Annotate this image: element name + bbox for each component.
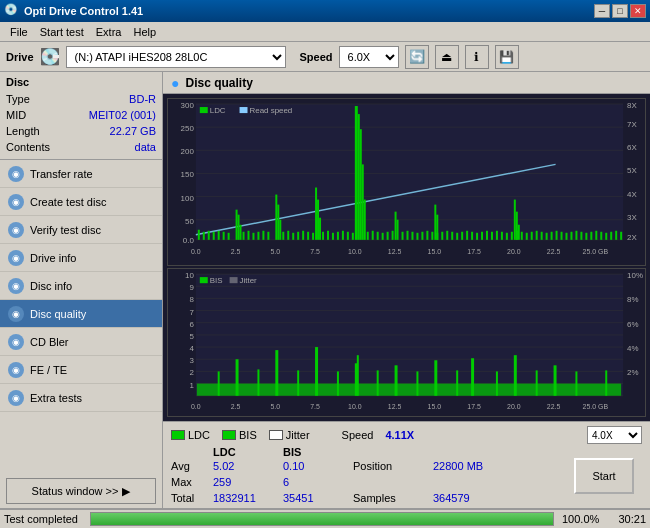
svg-rect-115 (526, 233, 528, 240)
nav-cd-bler[interactable]: ◉ CD Bler (0, 328, 162, 356)
maximize-button[interactable]: □ (612, 4, 628, 18)
bis-legend-label: BIS (239, 429, 257, 441)
svg-rect-45 (228, 233, 230, 240)
refresh-button[interactable]: 🔄 (405, 45, 429, 69)
eject-button[interactable]: ⏏ (435, 45, 459, 69)
svg-rect-52 (257, 232, 259, 240)
svg-text:7.5: 7.5 (310, 403, 320, 410)
svg-text:12.5: 12.5 (388, 248, 402, 255)
svg-text:0.0: 0.0 (191, 248, 201, 255)
svg-rect-196 (377, 370, 379, 395)
max-ldc: 259 (213, 474, 283, 490)
transfer-rate-icon: ◉ (8, 166, 24, 182)
svg-text:10.0: 10.0 (348, 403, 362, 410)
disc-type-label: Type (6, 91, 30, 107)
svg-rect-39 (198, 230, 200, 240)
svg-text:7: 7 (189, 308, 194, 317)
menu-extra[interactable]: Extra (90, 24, 128, 40)
svg-rect-69 (327, 231, 329, 240)
svg-text:15.0: 15.0 (428, 403, 442, 410)
progress-bar-container (90, 512, 554, 526)
disc-length-value: 22.27 GB (110, 123, 156, 139)
nav-drive-info[interactable]: ◉ Drive info (0, 244, 162, 272)
svg-rect-72 (342, 231, 344, 240)
nav-disc-info[interactable]: ◉ Disc info (0, 272, 162, 300)
svg-text:25.0 GB: 25.0 GB (583, 403, 609, 410)
speed-dropdown[interactable]: 4.0X (587, 426, 642, 444)
svg-text:5: 5 (189, 332, 194, 341)
main-layout: Disc Type BD-R MID MEIT02 (001) Length 2… (0, 72, 650, 508)
svg-text:20.0: 20.0 (507, 248, 521, 255)
ldc-legend-label: LDC (188, 429, 210, 441)
stats-bar: LDC BIS Jitter Speed 4.11X 4.0X (163, 421, 650, 508)
svg-rect-183 (275, 350, 278, 396)
drive-icon: 💽 (40, 47, 60, 66)
svg-rect-100 (461, 232, 463, 240)
menu-bar: File Start test Extra Help (0, 22, 650, 42)
svg-rect-198 (456, 370, 458, 395)
svg-text:2.5: 2.5 (231, 248, 241, 255)
svg-rect-89 (407, 231, 409, 240)
svg-rect-107 (436, 215, 438, 240)
menu-start-test[interactable]: Start test (34, 24, 90, 40)
svg-rect-96 (441, 232, 443, 240)
create-test-disc-icon: ◉ (8, 194, 24, 210)
ldc-legend: LDC (171, 429, 210, 441)
ldc-col-header: LDC (213, 446, 283, 458)
svg-rect-34 (200, 107, 208, 113)
svg-rect-197 (416, 371, 418, 395)
spacer (353, 446, 413, 458)
svg-rect-177 (200, 277, 208, 283)
disc-quality-icon: ◉ (8, 306, 24, 322)
svg-text:10: 10 (185, 271, 194, 280)
info-button[interactable]: ℹ (465, 45, 489, 69)
svg-rect-120 (536, 231, 538, 240)
total-ldc: 1832911 (213, 490, 283, 506)
nav-fe-te[interactable]: ◉ FE / TE (0, 356, 162, 384)
svg-rect-62 (302, 231, 304, 240)
nav-verify-test-disc[interactable]: ◉ Verify test disc (0, 216, 162, 244)
save-button[interactable]: 💾 (495, 45, 519, 69)
svg-text:17.5: 17.5 (467, 248, 481, 255)
svg-rect-110 (501, 232, 503, 240)
menu-help[interactable]: Help (127, 24, 162, 40)
nav-disc-info-label: Disc info (30, 280, 72, 292)
nav-disc-quality[interactable]: ◉ Disc quality (0, 300, 162, 328)
svg-rect-103 (476, 233, 478, 240)
svg-rect-130 (585, 233, 587, 240)
svg-rect-81 (372, 231, 374, 240)
svg-text:10%: 10% (627, 271, 643, 280)
svg-text:8: 8 (189, 295, 194, 304)
svg-text:25.0 GB: 25.0 GB (583, 248, 609, 255)
avg-ldc: 5.02 (213, 458, 283, 474)
menu-file[interactable]: File (4, 24, 34, 40)
window-title: Opti Drive Control 1.41 (24, 5, 594, 17)
svg-rect-117 (516, 212, 518, 240)
start-button[interactable]: Start (574, 458, 634, 494)
svg-text:20.0: 20.0 (507, 403, 521, 410)
svg-text:4X: 4X (627, 190, 637, 199)
svg-rect-132 (595, 231, 597, 240)
minimize-button[interactable]: ─ (594, 4, 610, 18)
close-button[interactable]: ✕ (630, 4, 646, 18)
svg-text:300: 300 (181, 101, 195, 110)
svg-text:6%: 6% (627, 320, 638, 329)
disc-length-label: Length (6, 123, 40, 139)
svg-text:15.0: 15.0 (428, 248, 442, 255)
svg-rect-40 (203, 232, 205, 240)
drive-select[interactable]: (N:) ATAPI iHES208 28L0C (66, 46, 286, 68)
nav-transfer-rate[interactable]: ◉ Transfer rate (0, 160, 162, 188)
svg-rect-195 (337, 371, 339, 395)
status-window-button[interactable]: Status window >> ▶ (6, 478, 156, 504)
speed-label: Speed (300, 51, 333, 63)
nav-create-test-disc[interactable]: ◉ Create test disc (0, 188, 162, 216)
content-header-icon: ● (171, 75, 179, 91)
svg-rect-134 (605, 233, 607, 240)
svg-rect-199 (496, 371, 498, 395)
speed-select[interactable]: 6.0X (339, 46, 399, 68)
svg-rect-64 (312, 233, 314, 240)
nav-extra-tests[interactable]: ◉ Extra tests (0, 384, 162, 412)
svg-rect-99 (456, 233, 458, 240)
svg-rect-53 (262, 231, 264, 240)
bis-legend: BIS (222, 429, 257, 441)
